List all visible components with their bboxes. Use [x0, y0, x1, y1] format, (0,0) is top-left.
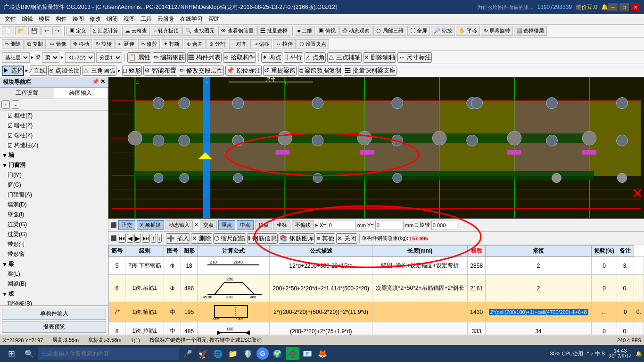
nav-next-button[interactable]: ▶ [134, 234, 141, 243]
fullscreen-button[interactable]: ⛶ 全屏 [407, 26, 430, 36]
define-button[interactable]: ▣ 定义 [66, 26, 89, 36]
table-row[interactable]: 5 2跨.下部钢筋 Φ 18 210 2648 12*d+2200+300-20… [109, 257, 644, 275]
table-row[interactable]: 8 1跨.拉筋1 中 485 160 (200-2*20) [109, 322, 644, 335]
taskbar-icon-1[interactable]: 🦅 [196, 347, 209, 360]
offset-button[interactable]: ⇥ 偏移 [250, 39, 272, 49]
menu-tools[interactable]: 工具 [138, 14, 155, 24]
taskbar-icon-3[interactable]: 📁 [226, 347, 239, 360]
coord-button[interactable]: 坐标 [273, 220, 290, 230]
tree-item-column-dark[interactable]: ☑ 暗柱(Z) [0, 121, 108, 131]
dimension-button[interactable]: ↔ 尺寸标注 [397, 52, 432, 63]
layer-select[interactable]: 分层1 [96, 52, 122, 63]
menu-draw[interactable]: 绘图 [70, 14, 87, 24]
modify-segment-button[interactable]: ✏ 修改交段层性 [179, 66, 224, 76]
element-list-button[interactable]: ☰ 构件列表 [187, 52, 222, 63]
panel-pin[interactable]: 📌 ✕ [92, 78, 105, 86]
intersection-button[interactable]: 交点 [200, 220, 217, 230]
midweight-button[interactable]: 重点 [218, 220, 235, 230]
menu-floor[interactable]: 楼层 [36, 14, 53, 24]
rebar-table-container[interactable]: 筋号 级别 图号 图形 计算公式 公式描述 长度(mm) 根数 搭接 损耗(%)… [108, 245, 644, 335]
align-button[interactable]: ≡ 对齐 [229, 39, 249, 49]
calc-button[interactable]: Σ 汇总计算 [90, 26, 121, 36]
rotation-input[interactable] [431, 221, 457, 230]
align-plate-button[interactable]: ≡ 轧齐板顶 [151, 26, 182, 36]
single-element-input-button[interactable]: 单构件输入 [2, 308, 106, 320]
delete-row-button[interactable]: ✕ 删除 [191, 233, 212, 244]
parallel-button[interactable]: ∥ 平行 [284, 52, 304, 63]
split-button[interactable]: ⊗ 分割 [206, 39, 228, 49]
taskbar-icon-4[interactable]: 🛡️ [241, 347, 255, 360]
break-button[interactable]: ✦ 打断 [161, 39, 182, 49]
tree-item-over-beam[interactable]: 过梁(G) [0, 230, 108, 239]
taskbar-icon-plus[interactable]: ➕ [286, 347, 299, 360]
taskbar-icon-g[interactable]: G [256, 347, 269, 360]
smart-place-button[interactable]: ⚙ 智能布置 [143, 66, 177, 76]
position-mark-button[interactable]: 📌 原位标注 [225, 66, 262, 76]
nav-up-button[interactable]: ↑ [151, 234, 156, 243]
save-button[interactable]: 💾 [28, 26, 41, 35]
trim-button[interactable]: ✂ 修剪 [138, 39, 160, 49]
three-arc-button[interactable]: △ 三角画弧 [82, 66, 116, 76]
three-point-axis-button[interactable]: △ 三点辅轴 [327, 52, 362, 63]
canvas-area[interactable]: 尺寸 A B C [108, 77, 644, 219]
minimize-button[interactable]: ─ [608, 3, 618, 11]
element-type-select[interactable]: 梁 [42, 52, 59, 63]
taskbar-icon-2[interactable]: 🌐 [211, 347, 224, 360]
edit-rebar-button[interactable]: ✏ 编辑钢筋 [153, 52, 186, 63]
pan-button[interactable]: ✋ 平移 [456, 26, 480, 36]
table-row[interactable]: 6 1跨.吊筋1 Φ 486 280 45.00 [109, 275, 644, 302]
zoom-button[interactable]: 🔎 缩放 [431, 26, 455, 36]
add-element-button[interactable]: + [1, 100, 10, 109]
menu-rebar[interactable]: 钢筋 [104, 14, 121, 24]
tree-cat-wall[interactable]: ▼ 墙 [0, 150, 108, 160]
menu-modify[interactable]: 修改 [87, 14, 104, 24]
rotate-button[interactable]: ↻ 旋转 [93, 39, 115, 49]
span-copy-button[interactable]: ⧉ 梁跨数据复制 [298, 66, 343, 76]
menu-element[interactable]: 构件 [53, 14, 70, 24]
nav-last-button[interactable]: ⏭ [142, 234, 150, 243]
close-button[interactable]: ✕ [631, 3, 640, 11]
select-floor-button[interactable]: ▦ 选择楼层 [514, 26, 547, 36]
properties-button[interactable]: 📋 属性 [127, 52, 151, 63]
nav-down-button[interactable]: ↓ [157, 234, 162, 243]
menu-file[interactable]: 文件 [2, 14, 19, 24]
point-length-button[interactable]: ⊕ 点加长度 [48, 66, 81, 76]
ortho-button[interactable]: 正交 [118, 220, 135, 230]
redo-button[interactable]: ↪ [52, 26, 62, 35]
drawing-canvas[interactable]: 尺寸 A B C [108, 77, 644, 218]
copy-button[interactable]: ⧉ 复制 [25, 39, 46, 49]
menu-edit[interactable]: 编辑 [19, 14, 36, 24]
element-name-select[interactable]: KL-2(2) [65, 52, 95, 63]
tree-item-door[interactable]: 门(M) [0, 170, 108, 180]
x-coord-input[interactable] [328, 221, 356, 230]
delete-button[interactable]: ✂ 删除 [2, 39, 24, 49]
y-coord-input[interactable] [375, 221, 404, 230]
scale-rebar-button[interactable]: ⬡ 缩尺配筋 [213, 233, 247, 244]
taskbar-icon-email[interactable]: 📧 [301, 347, 314, 360]
point-angle-button[interactable]: ∠ 点角 [305, 52, 326, 63]
tree-item-column-end[interactable]: ☑ 端柱(Z) [0, 131, 108, 140]
line-button[interactable]: ⁄ 直线 [30, 66, 47, 76]
batch-select-button[interactable]: ☰ 批量选择 [257, 26, 290, 36]
extend-button[interactable]: ⇤ 延伸 [116, 39, 137, 49]
bell-icon[interactable]: 🔔 [601, 4, 608, 10]
level-select[interactable]: 基础层 [2, 52, 30, 63]
snap-button[interactable]: 对象捕捉 [137, 220, 164, 230]
pick-element-button[interactable]: ⊕ 拾取构件 [223, 52, 256, 63]
tree-item-column-frame[interactable]: ☑ 框柱(Z) [0, 111, 108, 121]
dynamic-view-button[interactable]: ◎ 动态观察 [339, 26, 372, 36]
remove-element-button[interactable]: - [12, 100, 19, 109]
local-3d-button[interactable]: ⬡ 局部三维 [373, 26, 406, 36]
tree-item-wall-opening[interactable]: 墙洞(D) [0, 200, 108, 210]
view-rebar-button[interactable]: 👁 查看钢筋量 [218, 26, 256, 36]
tree-item-window[interactable]: 窗(C) [0, 180, 108, 190]
other-button[interactable]: ≡ 其他 [316, 233, 335, 244]
rebar-info-button[interactable]: ℹ 钢筋信息 [247, 233, 278, 244]
midpoint-button[interactable]: 中点 [237, 220, 254, 230]
tree-item-strip-opening[interactable]: 带形洞 [0, 239, 108, 249]
rebar-lib-button[interactable]: 📚 钢筋图库 [279, 233, 315, 244]
no-offset-button[interactable]: 不偏移 [292, 220, 314, 230]
menu-cloud[interactable]: 云服务 [155, 14, 177, 24]
nav-tab-draw[interactable]: 绘图输入 [54, 88, 108, 99]
nav-tab-settings[interactable]: 工程设置 [0, 88, 54, 99]
